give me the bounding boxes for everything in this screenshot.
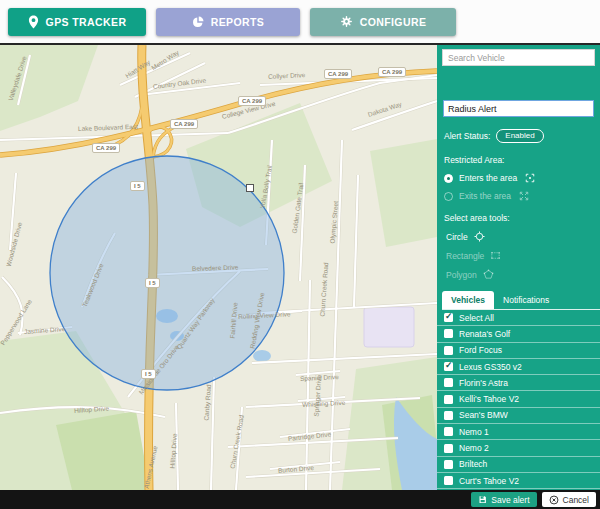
tool-polygon[interactable]: Polygon: [446, 269, 593, 280]
circle-resize-handle[interactable]: [246, 184, 254, 192]
sidebar-tabs: Vehicles Notifications: [442, 291, 600, 310]
vehicle-label: Curt's Tahoe V2: [459, 476, 519, 486]
gear-icon: [340, 15, 353, 28]
area-tools-label: Select area tools:: [444, 213, 593, 223]
tab-notifications[interactable]: Notifications: [494, 291, 558, 309]
vehicle-row[interactable]: Sean's BMW: [437, 408, 600, 424]
enter-area-icon: [525, 173, 535, 183]
vehicle-row[interactable]: Lexus GS350 v2: [437, 359, 600, 375]
checkbox[interactable]: [444, 329, 453, 338]
checkbox[interactable]: [444, 346, 453, 355]
vehicle-label: Kelli's Tahoe V2: [459, 394, 519, 404]
search-vehicle-input[interactable]: [442, 49, 595, 66]
tool-circle-label: Circle: [446, 232, 468, 242]
alert-status-row: Alert Status: Enabled: [444, 129, 593, 143]
tab-reports[interactable]: REPORTS: [156, 8, 300, 36]
vehicle-row-select-all[interactable]: Select All: [437, 310, 600, 326]
checkbox[interactable]: [444, 460, 453, 469]
vehicle-row[interactable]: Renata's Golf: [437, 326, 600, 342]
mall-area: [364, 307, 414, 347]
vehicle-label: Sean's BMW: [459, 410, 508, 420]
option-exits-label: Exits the area: [459, 191, 511, 201]
option-enters-area[interactable]: Enters the area: [444, 173, 593, 183]
vehicle-label: Florin's Astra: [459, 378, 508, 388]
checkbox[interactable]: [444, 313, 453, 322]
save-disk-icon: [478, 495, 487, 504]
restricted-area-label: Restricted Area:: [444, 155, 593, 165]
vehicle-label: Nemo 1: [459, 427, 489, 437]
checkbox[interactable]: [444, 427, 453, 436]
option-exits-area[interactable]: Exits the area: [444, 191, 593, 201]
vehicle-row[interactable]: Ford Focus: [437, 343, 600, 359]
vehicle-row[interactable]: Briltech: [437, 457, 600, 473]
option-enters-label: Enters the area: [459, 173, 517, 183]
main-content: Valleydale DriveHiatt WayMetro WayCountr…: [0, 45, 600, 490]
vehicle-list: Select All Renata's Golf Ford Focus Lexu…: [437, 310, 600, 490]
save-alert-label: Save alert: [491, 495, 529, 505]
save-alert-button[interactable]: Save alert: [471, 492, 536, 507]
radio-exits-icon[interactable]: [444, 192, 453, 201]
top-nav-bar: GPS TRACKER REPORTS CONFIGURE: [0, 0, 600, 45]
checkbox[interactable]: [444, 378, 453, 387]
vehicle-row[interactable]: Nemo 1: [437, 424, 600, 440]
exit-area-icon: [519, 191, 529, 201]
cancel-label: Cancel: [563, 495, 589, 505]
polygon-tool-icon: [483, 269, 494, 280]
alert-name-input[interactable]: [443, 100, 594, 117]
tool-rectangle[interactable]: Rectangle: [446, 250, 593, 261]
vehicle-label: Renata's Golf: [459, 329, 510, 339]
cancel-circle-x-icon: [549, 495, 559, 505]
circle-tool-icon: [474, 231, 485, 242]
alert-config-sidebar: Alert Status: Enabled Restricted Area: E…: [437, 45, 600, 490]
tool-polygon-label: Polygon: [446, 270, 477, 280]
tab-vehicles[interactable]: Vehicles: [442, 291, 494, 309]
vehicle-row[interactable]: Florin's Astra: [437, 375, 600, 391]
tab-configure-label: CONFIGURE: [360, 16, 427, 28]
vehicle-label: Select All: [459, 313, 494, 323]
tab-configure[interactable]: CONFIGURE: [310, 8, 456, 36]
cancel-button[interactable]: Cancel: [542, 492, 596, 507]
checkbox[interactable]: [444, 411, 453, 420]
vehicle-label: Ford Focus: [459, 345, 502, 355]
vehicle-row[interactable]: Curt's Tahoe V2: [437, 473, 600, 489]
vehicle-label: Nemo 2: [459, 443, 489, 453]
vehicle-label: Briltech: [459, 459, 487, 469]
vehicle-label: Lexus GS350 v2: [459, 362, 522, 372]
rectangle-tool-icon: [490, 250, 501, 261]
checkbox[interactable]: [444, 476, 453, 485]
alert-status-label: Alert Status:: [444, 131, 490, 141]
alert-status-toggle[interactable]: Enabled: [496, 129, 543, 143]
tool-rectangle-label: Rectangle: [446, 251, 484, 261]
radio-enters-icon[interactable]: [444, 174, 453, 183]
checkbox[interactable]: [444, 444, 453, 453]
vehicle-row[interactable]: Kelli's Tahoe V2: [437, 391, 600, 407]
map-canvas[interactable]: [0, 45, 437, 490]
tab-gps-tracker[interactable]: GPS TRACKER: [8, 8, 146, 36]
map-panel[interactable]: Valleydale DriveHiatt WayMetro WayCountr…: [0, 45, 437, 490]
vehicle-row[interactable]: Nemo 2: [437, 440, 600, 456]
tool-circle[interactable]: Circle: [446, 231, 593, 242]
footer-bar: Save alert Cancel: [0, 490, 600, 509]
tab-gps-tracker-label: GPS TRACKER: [46, 16, 127, 28]
map-pin-icon: [28, 15, 39, 29]
gps-tracker-app: GPS TRACKER REPORTS CONFIGURE: [0, 0, 600, 509]
tab-reports-label: REPORTS: [211, 16, 265, 28]
checkbox[interactable]: [444, 395, 453, 404]
pie-chart-icon: [192, 16, 204, 28]
checkbox[interactable]: [444, 362, 453, 371]
